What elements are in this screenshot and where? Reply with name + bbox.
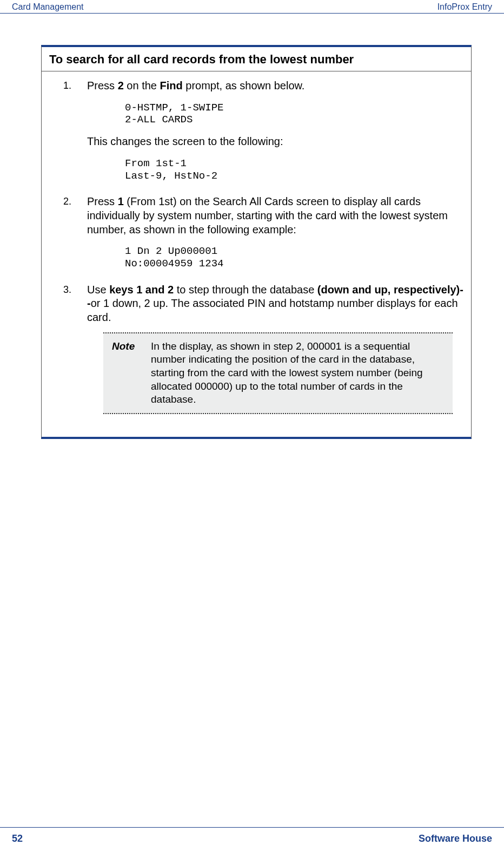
header-left: Card Management (12, 2, 84, 12)
procedure-box: To search for all card records from the … (41, 45, 472, 439)
step-mid-text: This changes the screen to the following… (87, 135, 463, 149)
step-number: 3. (63, 284, 71, 296)
step-text: Press 1 (From 1st) on the Search All Car… (87, 195, 463, 237)
step-2: 2. Press 1 (From 1st) on the Search All … (63, 195, 463, 273)
procedure-body: 1. Press 2 on the Find prompt, as shown … (42, 71, 471, 437)
code-display: From 1st-1 Last-9, HstNo-2 (87, 154, 463, 186)
page-footer: 52 Software House (0, 827, 504, 844)
step-1: 1. Press 2 on the Find prompt, as shown … (63, 79, 463, 185)
header-right: InfoProx Entry (437, 2, 492, 12)
footer-brand: Software House (419, 833, 492, 844)
step-3: 3. Use keys 1 and 2 to step through the … (63, 283, 463, 414)
note-box: Note In the display, as shown in step 2,… (103, 332, 453, 414)
step-text: Press 2 on the Find prompt, as shown bel… (87, 79, 463, 93)
procedure-title: To search for all card records from the … (42, 47, 471, 71)
code-display: 0-HSTMP, 1-SWIPE 2-ALL CARDS (87, 99, 463, 130)
note-label: Note (112, 340, 151, 407)
content: To search for all card records from the … (0, 14, 504, 439)
page-header: Card Management InfoProx Entry (0, 0, 504, 14)
note-text: In the display, as shown in step 2, 0000… (151, 340, 444, 407)
step-text: Use keys 1 and 2 to step through the dat… (87, 283, 463, 325)
code-display: 1 Dn 2 Up000001 No:00004959 1234 (87, 242, 463, 273)
step-number: 1. (63, 80, 71, 92)
step-number: 2. (63, 195, 71, 208)
page-number: 52 (12, 833, 23, 844)
